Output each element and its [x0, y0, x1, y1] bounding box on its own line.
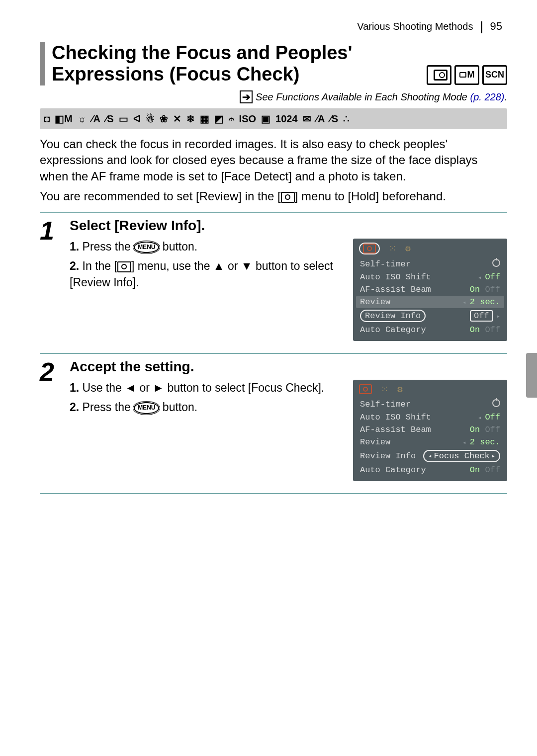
lcd-value: On — [470, 325, 480, 335]
mode-icon-strip: ◘◧M☼⁄A⁄S▭ᐊ☃❀✕❄▦◩𝄐ISO▣1024✉⁄A⁄S∴ — [40, 108, 507, 129]
lcd-row: Auto CategoryOn Off — [356, 324, 504, 336]
mode-glyph-icon: ◘ — [44, 113, 50, 125]
setup-tab-icon: ⚙ — [405, 243, 411, 254]
mode-glyph-icon: ∴ — [343, 113, 350, 125]
step: 2Accept the setting.1. Use the ◄ or ► bu… — [40, 353, 507, 494]
lcd-row: Auto ISO Shift◂ Off — [356, 411, 504, 423]
self-timer-icon — [492, 259, 500, 267]
lcd-label: Auto Category — [360, 325, 426, 335]
lcd-row: Self-timer — [356, 257, 504, 271]
lcd-label: Review Info — [360, 310, 426, 322]
step-substep: 2. In the [] menu, use the ▲ or ▼ button… — [70, 258, 343, 291]
step-text: 1. Use the ◄ or ► button to select [Focu… — [70, 380, 343, 419]
lcd-label: AF-assist Beam — [360, 285, 431, 294]
step-heading: Select [Review Info]. — [70, 218, 507, 234]
lcd-label: Auto ISO Shift — [360, 413, 431, 422]
mode-glyph-icon: ◧M — [55, 113, 73, 125]
arrow-icon: ► — [153, 381, 164, 394]
lcd-value: On — [470, 285, 480, 294]
lcd-value: 2 sec. — [470, 297, 500, 307]
mode-glyph-icon: ❄ — [186, 113, 195, 125]
page-number: 95 — [490, 20, 502, 32]
arrow-icon: ▲ — [213, 259, 225, 272]
mode-glyph-icon: ☃ — [146, 113, 155, 125]
camera-icon — [427, 65, 451, 85]
step-number: 2 — [40, 359, 63, 481]
lcd-label: Review Info — [360, 451, 416, 461]
lcd-row: AF-assist BeamOn Off — [356, 283, 504, 296]
camera-icon — [459, 72, 466, 78]
tools-tab-icon: ⁙ — [389, 243, 396, 254]
mode-glyph-icon: ☼ — [78, 113, 87, 125]
step-substep: 1. Use the ◄ or ► button to select [Focu… — [70, 380, 343, 396]
mode-glyph-icon: ⁄A — [316, 113, 325, 125]
lcd-label: AF-assist Beam — [360, 425, 431, 434]
page-ref-link[interactable]: (p. 228) — [470, 91, 505, 102]
camera-lcd: ⁙⚙Self-timerAuto ISO Shift◂ OffAF-assist… — [353, 380, 507, 481]
lcd-label: Review — [360, 297, 390, 307]
camera-tab-icon — [363, 244, 376, 253]
lcd-value: On — [470, 465, 480, 475]
lcd-row: Review◂ 2 sec. — [356, 296, 504, 308]
arrow-icon: ▼ — [241, 259, 253, 272]
mode-glyph-icon: 𝄐 — [229, 113, 234, 125]
camera-lcd: ⁙⚙Self-timerAuto ISO Shift◂ OffAF-assist… — [353, 239, 507, 341]
lcd-label: Auto Category — [360, 465, 426, 475]
see-reference: ➔See Functions Available in Each Shootin… — [40, 90, 507, 103]
camera-icon — [281, 192, 295, 203]
mode-glyph-icon: ▭ — [119, 113, 128, 125]
mode-glyph-icon: ◩ — [214, 113, 224, 125]
menu-button-icon: MENU — [134, 242, 159, 253]
lcd-row: Auto CategoryOn Off — [356, 464, 504, 476]
mode-m-box: M — [454, 65, 479, 85]
steps-list: 1Select [Review Info].1. Press the MENU … — [40, 212, 507, 494]
lcd-label: Review — [360, 437, 390, 447]
intro-paragraph-1: You can check the focus in recorded imag… — [40, 136, 507, 184]
lcd-value-pill: ◂Focus Check▸ — [423, 450, 500, 462]
camera-icon — [117, 261, 131, 272]
mode-glyph-icon: ✉ — [303, 113, 311, 125]
lcd-value: Off — [470, 310, 493, 322]
mode-glyph-icon: ⁄S — [330, 113, 338, 125]
intro-paragraph-2: You are recommended to set [Review] in t… — [40, 188, 507, 204]
step: 1Select [Review Info].1. Press the MENU … — [40, 212, 507, 353]
mode-glyph-icon: ISO — [239, 113, 256, 125]
tools-tab-icon: ⁙ — [381, 384, 388, 395]
mode-glyph-icon: 1024 — [275, 113, 298, 125]
thumb-tab — [526, 353, 537, 398]
lcd-row: Self-timer — [356, 398, 504, 411]
lcd-value: Off — [485, 272, 500, 282]
mode-badges: M SCN — [427, 65, 507, 85]
arrow-icon: ◄ — [125, 381, 136, 394]
lcd-value: 2 sec. — [470, 437, 500, 447]
lcd-value: On — [470, 425, 480, 434]
mode-glyph-icon: ❀ — [160, 113, 168, 125]
lcd-value: Off — [485, 413, 500, 422]
mode-scn-box: SCN — [482, 65, 507, 85]
mode-glyph-icon: ✕ — [173, 113, 181, 125]
page-title: Checking the Focus and Peoples' Expressi… — [52, 42, 417, 85]
mode-glyph-icon: ▦ — [200, 113, 209, 125]
menu-button-icon: MENU — [134, 402, 159, 414]
lcd-label: Auto ISO Shift — [360, 272, 431, 282]
title-row: Checking the Focus and Peoples' Expressi… — [40, 42, 507, 85]
lcd-row: Review InfoOff ▸ — [356, 308, 504, 324]
mode-glyph-icon: ▣ — [261, 113, 270, 125]
step-number: 1 — [40, 218, 63, 341]
arrow-right-icon: ➔ — [240, 90, 253, 103]
lcd-row: Review Info◂Focus Check▸ — [356, 448, 504, 464]
page-header: Various Shooting Methods 95 — [40, 20, 507, 33]
lcd-row: Auto ISO Shift◂ Off — [356, 271, 504, 283]
camera-tab-icon — [359, 384, 372, 394]
section-name: Various Shooting Methods — [357, 21, 473, 32]
lcd-row: Review◂ 2 sec. — [356, 436, 504, 448]
step-substep: 2. Press the MENU button. — [70, 399, 343, 416]
step-text: 1. Press the MENU button.2. In the [] me… — [70, 239, 343, 294]
lcd-label: Self-timer — [360, 400, 411, 409]
lcd-row: AF-assist BeamOn Off — [356, 423, 504, 436]
header-divider — [481, 21, 482, 33]
mode-glyph-icon: ⁄S — [105, 113, 114, 125]
lcd-label: Self-timer — [360, 259, 411, 269]
step-substep: 1. Press the MENU button. — [70, 239, 343, 255]
self-timer-icon — [492, 399, 500, 407]
